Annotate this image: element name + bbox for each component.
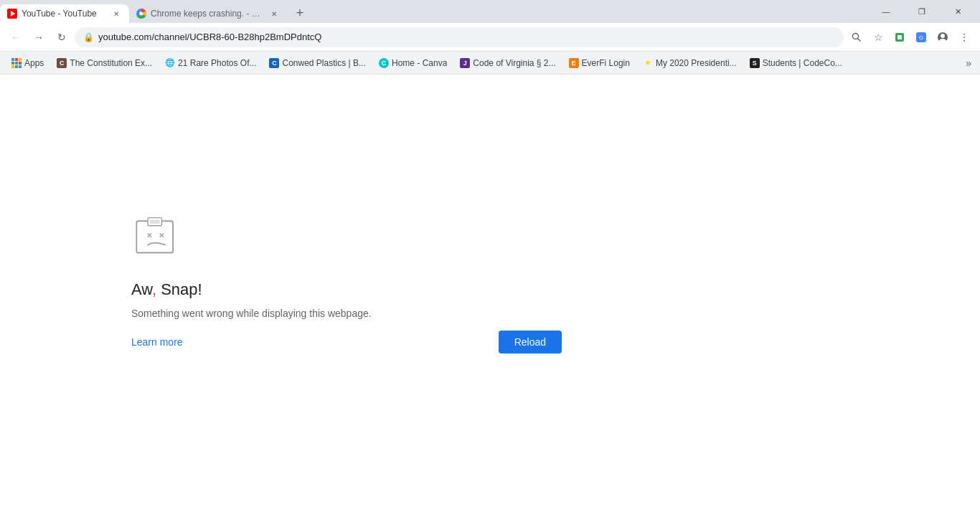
tab-title-youtube: YouTube - YouTube — [22, 9, 106, 19]
everfi-favicon: E — [569, 58, 579, 68]
extension-icon2[interactable]: G — [911, 27, 931, 47]
svg-rect-19 — [19, 62, 22, 65]
svg-text:✕: ✕ — [159, 232, 164, 239]
error-container: ✕ ✕ Aw, Snap! Something went wrong while… — [131, 214, 562, 353]
minimize-button[interactable]: — — [870, 0, 903, 23]
bookmark-canva[interactable]: C Home - Canva — [373, 54, 453, 72]
aw-snap-icon: ✕ ✕ — [131, 214, 182, 257]
svg-rect-8 — [897, 35, 902, 39]
rare-photos-favicon: 🌐 — [165, 58, 175, 68]
bookmark-icon[interactable]: ☆ — [868, 27, 888, 47]
svg-point-4 — [140, 12, 143, 16]
svg-text:G: G — [919, 34, 923, 41]
svg-line-6 — [858, 38, 861, 41]
bookmark-conwed-label: Conwed Plastics | B... — [282, 58, 366, 68]
svg-rect-21 — [15, 65, 18, 68]
error-icon-area: ✕ ✕ — [131, 214, 189, 272]
svg-point-12 — [941, 34, 945, 38]
bookmarks-bar: Apps C The Constitution Ex... 🌐 21 Rare … — [0, 52, 980, 75]
svg-rect-16 — [19, 58, 22, 61]
nav-actions: ☆ G ⋮ — [847, 27, 974, 47]
lock-icon: 🔒 — [83, 32, 94, 42]
bookmark-apps-label: Apps — [24, 58, 44, 68]
close-button[interactable]: ✕ — [941, 0, 974, 23]
canva-favicon: C — [379, 58, 389, 68]
svg-point-13 — [939, 39, 946, 43]
tab-favicon-youtube — [7, 9, 17, 19]
error-title-text: Aw — [131, 280, 152, 298]
virginia-favicon: J — [460, 58, 470, 68]
search-icon[interactable] — [847, 27, 867, 47]
bookmark-rare-photos[interactable]: 🌐 21 Rare Photos Of... — [159, 54, 262, 72]
reload-button-error[interactable]: Reload — [499, 331, 562, 353]
address-text: youtube.com/channel/UCBR8-60-B28hp2BmDPd… — [98, 32, 835, 42]
svg-rect-18 — [15, 62, 18, 65]
learn-more-link[interactable]: Learn more — [131, 336, 183, 348]
tab-chrome-crash[interactable]: Chrome keeps crashing. - Googl... ✕ — [129, 4, 287, 23]
titlebar: YouTube - YouTube ✕ Chrome keeps crashin… — [0, 0, 980, 23]
bookmark-rare-photos-label: 21 Rare Photos Of... — [178, 58, 256, 68]
navbar: ← → ↻ 🔒 youtube.com/channel/UCBR8-60-B28… — [0, 23, 980, 52]
apps-grid-icon — [11, 58, 22, 68]
profile-icon[interactable] — [933, 27, 953, 47]
address-bar[interactable]: 🔒 youtube.com/channel/UCBR8-60-B28hp2BmD… — [75, 27, 844, 47]
svg-rect-17 — [11, 62, 14, 65]
bookmark-constitution[interactable]: C The Constitution Ex... — [51, 54, 158, 72]
bookmark-conwed[interactable]: C Conwed Plastics | B... — [263, 54, 372, 72]
bookmark-students[interactable]: S Students | CodeCo... — [744, 54, 848, 72]
students-favicon: S — [750, 58, 760, 68]
bookmark-apps[interactable]: Apps — [6, 54, 50, 72]
extension-icon1[interactable] — [890, 27, 910, 47]
new-tab-button[interactable]: + — [290, 3, 310, 23]
bookmark-everfi-label: EverFi Login — [582, 58, 630, 68]
window-controls: — ❐ ✕ — [864, 0, 980, 23]
maximize-button[interactable]: ❐ — [905, 0, 938, 23]
error-title-snap: Snap! — [156, 280, 202, 298]
forward-button[interactable]: → — [29, 27, 49, 47]
tab-youtube[interactable]: YouTube - YouTube ✕ — [0, 4, 129, 23]
bookmark-president-label: My 2020 Presidenti... — [656, 58, 737, 68]
error-page: ✕ ✕ Aw, Snap! Something went wrong while… — [0, 75, 980, 522]
conwed-favicon: C — [269, 58, 279, 68]
bookmark-virginia-label: Code of Virginia § 2... — [473, 58, 555, 68]
bookmark-canva-label: Home - Canva — [392, 58, 447, 68]
tab-favicon-chrome — [136, 9, 146, 19]
svg-rect-22 — [19, 65, 22, 68]
error-title: Aw, Snap! — [131, 280, 202, 299]
reload-button[interactable]: ↻ — [52, 27, 72, 47]
tabs-area: YouTube - YouTube ✕ Chrome keeps crashin… — [0, 0, 864, 23]
constitution-favicon: C — [57, 58, 67, 68]
bookmark-constitution-label: The Constitution Ex... — [70, 58, 152, 68]
svg-rect-20 — [11, 65, 14, 68]
tab-title-chrome: Chrome keeps crashing. - Googl... — [151, 9, 264, 19]
tab-close-chrome[interactable]: ✕ — [268, 8, 280, 19]
error-subtitle: Something went wrong while displaying th… — [131, 308, 372, 319]
bookmark-students-label: Students | CodeCo... — [763, 58, 842, 68]
error-actions: Learn more Reload — [131, 331, 562, 353]
svg-rect-15 — [15, 58, 18, 61]
back-button[interactable]: ← — [6, 27, 26, 47]
bookmark-virginia[interactable]: J Code of Virginia § 2... — [454, 54, 561, 72]
bookmarks-more-button[interactable]: » — [963, 57, 974, 69]
svg-rect-14 — [11, 58, 14, 61]
svg-rect-25 — [150, 219, 160, 224]
bookmark-president[interactable]: ★ My 2020 Presidenti... — [637, 54, 743, 72]
president-favicon: ★ — [643, 58, 653, 68]
tab-close-youtube[interactable]: ✕ — [110, 8, 122, 19]
bookmark-everfi[interactable]: E EverFi Login — [563, 54, 636, 72]
menu-icon[interactable]: ⋮ — [954, 27, 974, 47]
svg-text:✕: ✕ — [146, 232, 152, 239]
